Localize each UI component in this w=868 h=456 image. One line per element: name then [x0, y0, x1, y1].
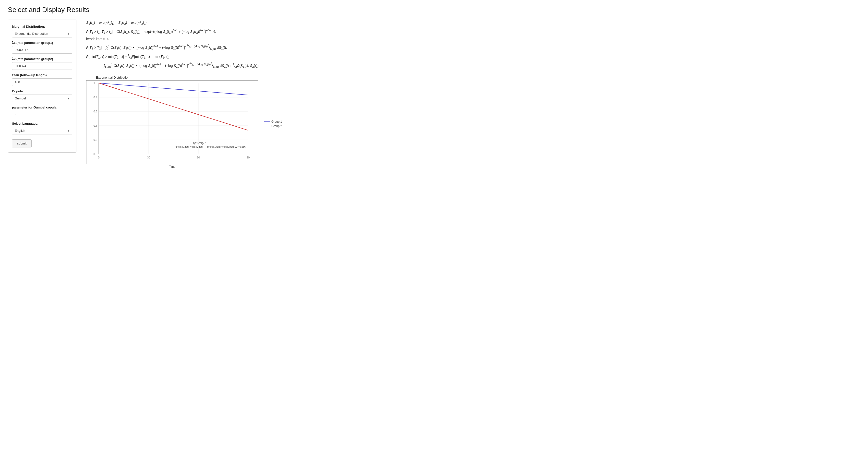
group1-legend-label: Group 1 — [271, 120, 282, 123]
copula-select[interactable]: Gumbel Clayton Frank Independence — [12, 94, 72, 102]
language-select[interactable]: English French Spanish Chinese — [12, 127, 72, 134]
tau-input[interactable] — [12, 79, 72, 86]
language-label: Select Language: — [12, 122, 72, 125]
svg-text:90: 90 — [247, 156, 250, 159]
svg-text:0.7: 0.7 — [94, 124, 97, 127]
sidebar-panel: Marginal Distribution: Exponential Distr… — [8, 20, 76, 153]
marginal-select-wrapper: Exponential Distribution Weibull Distrib… — [12, 30, 72, 37]
svg-text:0.6: 0.6 — [94, 139, 97, 141]
group2-legend-line — [264, 126, 270, 126]
lambda1-input[interactable] — [12, 46, 72, 54]
svg-text:60: 60 — [197, 156, 200, 159]
submit-button[interactable]: submit — [12, 139, 32, 147]
svg-text:0.8: 0.8 — [94, 110, 97, 113]
page-title: Select and Display Results — [8, 6, 860, 14]
formula-line-5: P[min(T1, τ) > min(T2, τ)] + 1/2P[min(T1… — [86, 53, 860, 60]
group1-legend-line — [264, 121, 270, 122]
main-content: S1(t1) = exp(−λ1t1), S2(t2) = exp(−λ2t2)… — [86, 20, 860, 169]
formula-line-6: = ∫S2(τ)1 C(S1(t), S2(t)) × [(−log S1(t)… — [101, 61, 860, 70]
svg-text:1.0: 1.0 — [94, 82, 97, 85]
formula-line-4: P[T1 > T2] = ∫01 C(S1(t), S2(t)) × [(−lo… — [86, 43, 860, 52]
x-axis-label: Time — [86, 165, 258, 169]
gumbel-param-input[interactable] — [12, 111, 72, 118]
formula-line-2: P[T1 > t1, T2 > t2] = C(S1(t1), S2(t2)) … — [86, 27, 860, 35]
tau-label: τ tau (follow-up length) — [12, 73, 72, 77]
legend-group2: Group 2 — [264, 124, 282, 128]
lambda2-label: λ2 (rate parameter, group2) — [12, 57, 72, 61]
svg-text:0.5: 0.5 — [94, 153, 97, 155]
chart-legend: Group 1 Group 2 — [264, 120, 282, 129]
copula-label: Copula: — [12, 89, 72, 93]
annotation-pt2: P(min(T1,tau)>min(T2,tau))+P(min(T1,tau)… — [175, 146, 246, 148]
chart-title: Exponential Distribution — [96, 76, 287, 79]
lambda1-label: λ1 (rate parameter, group1) — [12, 41, 72, 44]
group2-legend-label: Group 2 — [271, 124, 282, 128]
gumbel-param-label: parameter for Gumbel copula — [12, 105, 72, 109]
svg-text:0: 0 — [98, 156, 99, 159]
language-select-wrapper: English French Spanish Chinese — [12, 127, 72, 134]
svg-rect-0 — [99, 83, 248, 154]
chart-container: Exponential Distribution S(x) : Survival… — [86, 76, 287, 169]
formulas-section: S1(t1) = exp(−λ1t1), S2(t2) = exp(−λ2t2)… — [86, 20, 860, 71]
formula-line-3: kendall's τ = 0.8, — [86, 36, 860, 42]
legend-group1: Group 1 — [264, 120, 282, 123]
chart-svg: 1.0 0.9 0.8 0.7 0.6 0.5 0 30 60 90 — [87, 81, 258, 164]
svg-text:0.9: 0.9 — [94, 96, 97, 99]
marginal-select[interactable]: Exponential Distribution Weibull Distrib… — [12, 30, 72, 37]
svg-text:30: 30 — [147, 156, 150, 159]
formula-line-1: S1(t1) = exp(−λ1t1), S2(t2) = exp(−λ2t2)… — [86, 20, 860, 26]
marginal-label: Marginal Distribution: — [12, 25, 72, 28]
chart-box: 1.0 0.9 0.8 0.7 0.6 0.5 0 30 60 90 — [86, 80, 258, 164]
copula-select-wrapper: Gumbel Clayton Frank Independence — [12, 94, 72, 102]
annotation-pt1: P(T1>T2)= 1 — [192, 142, 207, 145]
lambda2-input[interactable] — [12, 62, 72, 70]
